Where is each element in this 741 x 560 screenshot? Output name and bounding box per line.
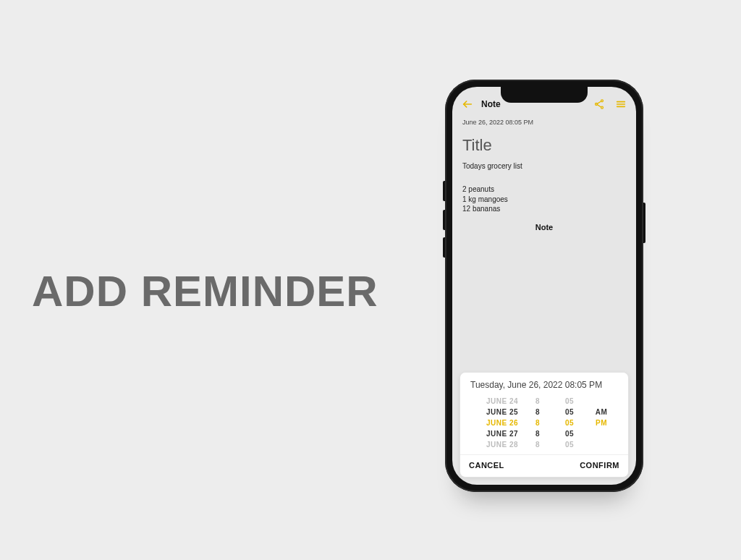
menu-icon[interactable] (613, 96, 629, 112)
back-arrow-icon[interactable] (460, 96, 475, 112)
picker-row[interactable]: JUNE 25 8 05 AM (465, 407, 624, 417)
picker-row[interactable]: JUNE 28 8 05 (465, 439, 624, 450)
phone-screen: Note June 26, 2022 08:05 PM Title Todays… (452, 87, 636, 485)
screen-title: Note (481, 99, 501, 109)
picker-wheels[interactable]: JUNE 24 8 05 JUNE 25 8 05 AM JUNE 26 8 0… (460, 394, 628, 454)
svg-line-4 (597, 101, 601, 103)
picker-header: Tuesday, June 26, 2022 08:05 PM (460, 373, 628, 394)
datetime-picker-sheet: Tuesday, June 26, 2022 08:05 PM JUNE 24 … (460, 372, 629, 478)
note-section-label: Note (452, 223, 636, 232)
list-item: 1 kg mangoes (462, 195, 626, 205)
share-icon[interactable] (591, 96, 607, 112)
list-item: 12 bananas (462, 204, 626, 214)
picker-row-selected[interactable]: JUNE 26 8 05 PM (465, 417, 624, 428)
phone-frame: Note June 26, 2022 08:05 PM Title Todays… (445, 80, 643, 492)
page-headline: ADD REMINDER (32, 266, 378, 316)
confirm-button[interactable]: CONFIRM (580, 461, 619, 470)
picker-actions: CANCEL CONFIRM (460, 454, 628, 477)
picker-row[interactable]: JUNE 27 8 05 (465, 428, 624, 439)
list-item: 2 peanuts (462, 184, 626, 195)
picker-row[interactable]: JUNE 24 8 05 (465, 396, 624, 407)
note-title-field[interactable]: Title (462, 136, 626, 155)
cancel-button[interactable]: CANCEL (469, 461, 504, 470)
phone-notch (501, 87, 588, 103)
note-timestamp: June 26, 2022 08:05 PM (452, 119, 636, 126)
svg-line-5 (597, 105, 601, 107)
note-body[interactable]: Title Todays grocery list 2 peanuts 1 kg… (452, 126, 636, 224)
note-subtitle: Todays grocery list (462, 162, 626, 170)
